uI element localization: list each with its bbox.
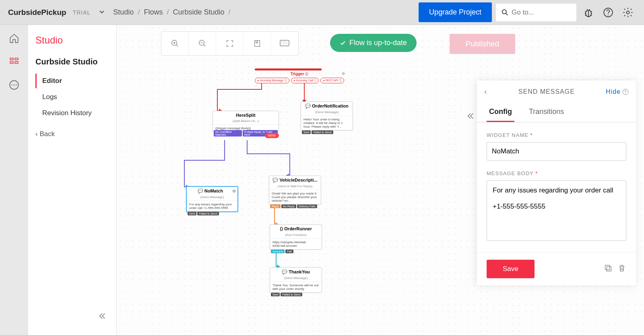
svg-point-34 bbox=[285, 41, 285, 42]
svg-point-38 bbox=[285, 43, 285, 44]
trigger-pill[interactable]: ● Incoming Message ⓘ bbox=[255, 78, 289, 83]
search-icon bbox=[502, 8, 508, 17]
svg-point-21 bbox=[14, 85, 15, 86]
panel-collapse-icon[interactable] bbox=[466, 112, 475, 123]
svg-rect-30 bbox=[254, 41, 260, 47]
svg-line-28 bbox=[203, 45, 205, 47]
sidebar: Studio Curbside Studio Editor Logs Revis… bbox=[28, 25, 117, 335]
svg-rect-17 bbox=[10, 62, 13, 63]
icon-rail bbox=[0, 25, 28, 335]
svg-line-24 bbox=[176, 45, 178, 47]
svg-point-13 bbox=[608, 14, 609, 15]
svg-point-0 bbox=[502, 10, 506, 14]
svg-rect-48 bbox=[607, 267, 611, 271]
breadcrumb-item[interactable]: Flows bbox=[144, 8, 163, 17]
publish-button[interactable]: Published bbox=[450, 34, 515, 54]
sidebar-item-logs[interactable]: Logs bbox=[35, 90, 109, 104]
widget-heresplit[interactable]: HereSplit (Split Based On...) {{trigger.… bbox=[213, 111, 279, 132]
library-button[interactable] bbox=[244, 31, 271, 56]
zoom-out-button[interactable] bbox=[189, 31, 216, 56]
tab-transitions[interactable]: Transitions bbox=[526, 103, 566, 122]
widget-thankyou[interactable]: 💬 ThankYou (Send Message) Thank You, Som… bbox=[270, 267, 322, 293]
message-body-textarea[interactable] bbox=[487, 180, 626, 241]
new-badge[interactable]: NEW bbox=[265, 133, 279, 138]
svg-point-32 bbox=[281, 41, 282, 42]
widget-ordernotification[interactable]: 💬 OrderNotification (Send Message) Hello… bbox=[301, 101, 353, 130]
flow-status: Flow is up-to-date bbox=[330, 34, 417, 52]
back-link[interactable]: ‹ Back bbox=[35, 130, 109, 138]
breadcrumb-item[interactable]: Studio bbox=[113, 8, 134, 17]
svg-point-20 bbox=[11, 85, 12, 86]
collapse-sidebar-icon[interactable] bbox=[98, 312, 107, 322]
config-panel: ‹ SEND MESSAGE Hide ? Config Transitions… bbox=[477, 81, 636, 285]
panel-title: SEND MESSAGE bbox=[518, 88, 575, 95]
svg-point-14 bbox=[627, 11, 630, 14]
widget-vehicle[interactable]: 💬 VehicleDescripti... (Send & Wait For R… bbox=[269, 176, 321, 205]
project-dropdown[interactable] bbox=[99, 8, 105, 17]
duplicate-icon[interactable] bbox=[604, 264, 613, 274]
svg-point-39 bbox=[286, 43, 287, 44]
breadcrumb-item[interactable]: Curbside Studio bbox=[173, 8, 224, 17]
svg-rect-15 bbox=[10, 58, 13, 60]
check-icon bbox=[340, 40, 346, 46]
widget-name-input[interactable] bbox=[487, 142, 626, 161]
top-header: CurbsidePickup TRIAL Studio / Flows / Cu… bbox=[0, 0, 644, 25]
widget-name-label: WIDGET NAME * bbox=[487, 132, 626, 138]
sidebar-item-revision[interactable]: Revision History bbox=[35, 106, 109, 120]
search-input[interactable] bbox=[512, 8, 571, 17]
canvas-toolbar bbox=[161, 31, 299, 56]
svg-point-33 bbox=[283, 41, 284, 42]
svg-text:?: ? bbox=[624, 90, 627, 94]
svg-rect-18 bbox=[15, 62, 18, 63]
panel-back-icon[interactable]: ‹ bbox=[484, 87, 487, 96]
upgrade-button[interactable]: Upgrade Project bbox=[419, 2, 492, 22]
svg-line-1 bbox=[506, 13, 508, 15]
trigger-pill[interactable]: ● REST API ⓘ bbox=[320, 78, 344, 83]
widget-orderrunner[interactable]: ⟨⟩ OrderRunner (Run Function) https://sa… bbox=[270, 224, 322, 250]
svg-line-11 bbox=[589, 9, 590, 10]
trigger-widget[interactable]: Trigger ⓘ ⚙ ● Incoming Message ⓘ ● Incom… bbox=[255, 68, 344, 83]
zoom-in-button[interactable] bbox=[161, 31, 189, 56]
flow-name: Curbside Studio bbox=[35, 57, 109, 66]
svg-point-36 bbox=[281, 43, 282, 44]
canvas[interactable]: Flow is up-to-date Published Trigger ⓘ ⚙… bbox=[117, 25, 644, 335]
hide-link[interactable]: Hide ? bbox=[606, 88, 629, 95]
studio-icon[interactable] bbox=[9, 56, 19, 68]
svg-rect-49 bbox=[605, 265, 610, 270]
sidebar-item-editor[interactable]: Editor bbox=[35, 74, 109, 88]
breadcrumb: Studio / Flows / Curbside Studio / bbox=[113, 8, 230, 17]
svg-point-22 bbox=[16, 85, 17, 86]
svg-rect-16 bbox=[15, 58, 18, 60]
sidebar-title: Studio bbox=[35, 35, 109, 46]
settings-icon[interactable] bbox=[620, 4, 636, 21]
help-circle-icon: ? bbox=[622, 89, 629, 95]
more-icon[interactable] bbox=[9, 80, 19, 92]
help-icon[interactable] bbox=[601, 5, 616, 20]
debug-icon[interactable] bbox=[580, 4, 597, 21]
fit-screen-button[interactable] bbox=[216, 31, 244, 56]
svg-rect-31 bbox=[280, 40, 289, 46]
search-box[interactable] bbox=[496, 4, 576, 21]
project-name: CurbsidePickup bbox=[8, 8, 66, 17]
close-icon[interactable]: ⊗ bbox=[232, 188, 236, 194]
svg-line-10 bbox=[587, 9, 588, 10]
widget-nomatch[interactable]: 💬 NoMatch ⊗ (Send Message) For any issue… bbox=[186, 186, 238, 212]
gear-icon[interactable]: ⚙ bbox=[342, 72, 345, 76]
keyboard-button[interactable] bbox=[271, 31, 298, 56]
svg-point-35 bbox=[286, 41, 287, 42]
save-button[interactable]: Save bbox=[487, 260, 535, 278]
message-body-label: MESSAGE BODY * bbox=[487, 170, 626, 176]
delete-icon[interactable] bbox=[617, 264, 626, 274]
home-icon[interactable] bbox=[9, 33, 19, 45]
trigger-pill[interactable]: ● Incoming Call ⓘ bbox=[291, 78, 319, 83]
svg-point-37 bbox=[283, 43, 284, 44]
trial-badge: TRIAL bbox=[73, 9, 91, 16]
tab-config[interactable]: Config bbox=[487, 103, 514, 122]
